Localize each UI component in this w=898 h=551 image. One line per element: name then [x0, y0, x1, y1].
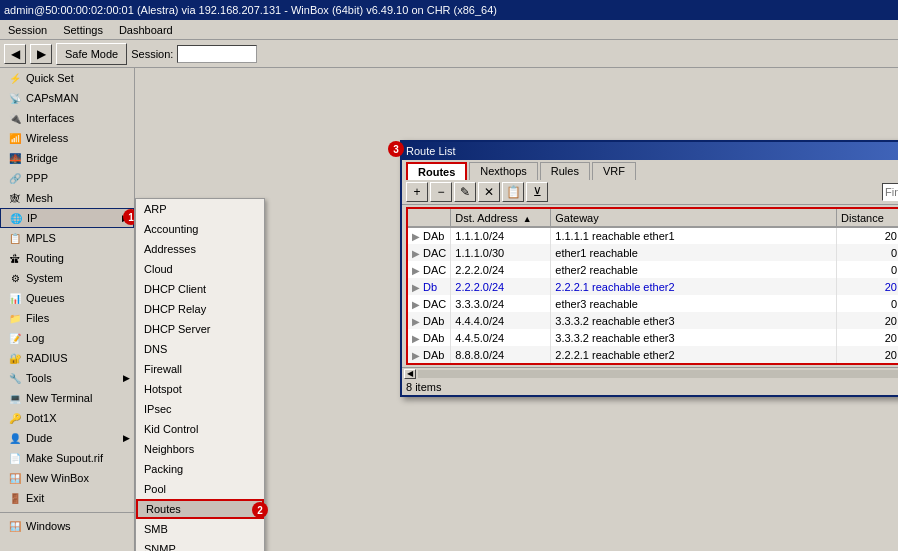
- table-row[interactable]: ▶ DAC 2.2.2.0/24 ether2 reachable 0: [408, 261, 898, 278]
- route-distance: 0: [837, 295, 899, 312]
- table-row[interactable]: ▶ DAC 3.3.3.0/24 ether3 reachable 0: [408, 295, 898, 312]
- submenu-ipsec[interactable]: IPsec: [136, 399, 264, 419]
- route-table-container: Dst. Address ▲ Gateway Distance Routing …: [406, 207, 898, 365]
- menu-settings[interactable]: Settings: [59, 23, 107, 37]
- horizontal-scrollbar[interactable]: ◀ ▶: [402, 367, 898, 379]
- submenu-dns[interactable]: DNS: [136, 339, 264, 359]
- submenu-arp[interactable]: ARP: [136, 199, 264, 219]
- submenu-hotspot[interactable]: Hotspot: [136, 379, 264, 399]
- submenu-firewall[interactable]: Firewall: [136, 359, 264, 379]
- make-supout-icon: 📄: [8, 451, 22, 465]
- table-row[interactable]: ▶ Db 2.2.2.0/24 2.2.2.1 reachable ether2…: [408, 278, 898, 295]
- submenu-cloud[interactable]: Cloud: [136, 259, 264, 279]
- col-header-dst[interactable]: Dst. Address ▲: [451, 209, 551, 227]
- submenu-pool[interactable]: Pool: [136, 479, 264, 499]
- col-header-gateway[interactable]: Gateway: [551, 209, 837, 227]
- table-row[interactable]: ▶ DAb 8.8.8.0/24 2.2.2.1 reachable ether…: [408, 346, 898, 363]
- back-button[interactable]: ◀: [4, 44, 26, 64]
- tools-icon: 🔧: [8, 371, 22, 385]
- sidebar-item-system[interactable]: ⚙ System: [0, 268, 134, 288]
- tab-routes[interactable]: Routes: [406, 162, 467, 180]
- sidebar-item-capsman[interactable]: 📡 CAPsMAN: [0, 88, 134, 108]
- route-dst: 1.1.1.0/24: [451, 227, 551, 244]
- sidebar-item-bridge[interactable]: 🌉 Bridge: [0, 148, 134, 168]
- session-input[interactable]: [177, 45, 257, 63]
- route-dst: 4.4.5.0/24: [451, 329, 551, 346]
- tab-vrf[interactable]: VRF: [592, 162, 636, 180]
- route-gateway: 2.2.2.1 reachable ether2: [551, 278, 837, 295]
- tab-bar: Routes Nexthops Rules VRF: [402, 160, 898, 180]
- scroll-track[interactable]: [418, 370, 898, 378]
- sidebar-item-routing[interactable]: 🛣 Routing: [0, 248, 134, 268]
- sidebar-item-dot1x[interactable]: 🔑 Dot1X: [0, 408, 134, 428]
- sidebar-item-queues[interactable]: 📊 Queues: [0, 288, 134, 308]
- safe-mode-button[interactable]: Safe Mode: [56, 43, 127, 65]
- new-winbox-icon: 🪟: [8, 471, 22, 485]
- table-row[interactable]: ▶ DAb 1.1.1.0/24 1.1.1.1 reachable ether…: [408, 227, 898, 244]
- sidebar-item-exit[interactable]: 🚪 Exit: [0, 488, 134, 508]
- sidebar-item-radius[interactable]: 🔐 RADIUS: [0, 348, 134, 368]
- table-row[interactable]: ▶ DAC 1.1.1.0/30 ether1 reachable 0: [408, 244, 898, 261]
- menu-dashboard[interactable]: Dashboard: [115, 23, 177, 37]
- route-type: ▶ DAb: [408, 227, 451, 244]
- mesh-icon: 🕸: [8, 191, 22, 205]
- files-icon: 📁: [8, 311, 22, 325]
- sidebar-item-log[interactable]: 📝 Log: [0, 328, 134, 348]
- sidebar-item-ppp[interactable]: 🔗 PPP: [0, 168, 134, 188]
- add-route-button[interactable]: +: [406, 182, 428, 202]
- paste-route-button[interactable]: 📋: [502, 182, 524, 202]
- menu-session[interactable]: Session: [4, 23, 51, 37]
- table-row[interactable]: ▶ DAb 4.4.4.0/24 3.3.3.2 reachable ether…: [408, 312, 898, 329]
- submenu-packing[interactable]: Packing: [136, 459, 264, 479]
- route-distance: 20: [837, 329, 899, 346]
- filter-button[interactable]: ⊻: [526, 182, 548, 202]
- submenu-dhcp-client[interactable]: DHCP Client: [136, 279, 264, 299]
- submenu-kid-control[interactable]: Kid Control: [136, 419, 264, 439]
- sidebar-item-wireless[interactable]: 📶 Wireless: [0, 128, 134, 148]
- ip-submenu: ARP Accounting Addresses Cloud DHCP Clie…: [135, 198, 265, 551]
- submenu-accounting[interactable]: Accounting: [136, 219, 264, 239]
- edit-route-button[interactable]: ✎: [454, 182, 476, 202]
- sidebar-item-quick-set[interactable]: ⚡ Quick Set: [0, 68, 134, 88]
- sidebar-item-windows[interactable]: 🪟 Windows: [0, 516, 134, 536]
- submenu-dhcp-relay[interactable]: DHCP Relay: [136, 299, 264, 319]
- sidebar: ⚡ Quick Set 📡 CAPsMAN 🔌 Interfaces 📶 Wir…: [0, 68, 135, 551]
- window-toolbar: + − ✎ ✕ 📋 ⊻ all: [402, 180, 898, 205]
- tab-rules[interactable]: Rules: [540, 162, 590, 180]
- window-title-bar: Route List 3 _ □ ✕: [402, 142, 898, 160]
- find-input[interactable]: [882, 183, 898, 201]
- submenu-snmp[interactable]: SNMP: [136, 539, 264, 551]
- copy-route-button[interactable]: ✕: [478, 182, 500, 202]
- remove-route-button[interactable]: −: [430, 182, 452, 202]
- submenu-dhcp-server[interactable]: DHCP Server: [136, 319, 264, 339]
- sidebar-item-files[interactable]: 📁 Files: [0, 308, 134, 328]
- table-row[interactable]: ▶ DAb 4.4.5.0/24 3.3.3.2 reachable ether…: [408, 329, 898, 346]
- main-toolbar: ◀ ▶ Safe Mode Session:: [0, 40, 898, 68]
- sidebar-item-interfaces[interactable]: 🔌 Interfaces: [0, 108, 134, 128]
- sidebar-item-tools[interactable]: 🔧 Tools ▶: [0, 368, 134, 388]
- submenu-neighbors[interactable]: Neighbors: [136, 439, 264, 459]
- sidebar-item-make-supout[interactable]: 📄 Make Supout.rif: [0, 448, 134, 468]
- sidebar-item-new-winbox[interactable]: 🪟 New WinBox: [0, 468, 134, 488]
- col-header-distance[interactable]: Distance: [837, 209, 899, 227]
- scroll-left-button[interactable]: ◀: [404, 369, 416, 379]
- sidebar-item-mesh[interactable]: 🕸 Mesh: [0, 188, 134, 208]
- route-gateway: 3.3.3.2 reachable ether3: [551, 329, 837, 346]
- quick-set-icon: ⚡: [8, 71, 22, 85]
- sidebar-item-mpls[interactable]: 📋 MPLS: [0, 228, 134, 248]
- sidebar-item-new-terminal[interactable]: 💻 New Terminal: [0, 388, 134, 408]
- col-header-type[interactable]: [408, 209, 451, 227]
- interfaces-icon: 🔌: [8, 111, 22, 125]
- route-gateway: 3.3.3.2 reachable ether3: [551, 312, 837, 329]
- sidebar-item-ip[interactable]: 🌐 IP ▶ 1: [0, 208, 134, 228]
- route-gateway: 1.1.1.1 reachable ether1: [551, 227, 837, 244]
- tab-nexthops[interactable]: Nexthops: [469, 162, 537, 180]
- submenu-addresses[interactable]: Addresses: [136, 239, 264, 259]
- sidebar-item-dude[interactable]: 👤 Dude ▶: [0, 428, 134, 448]
- ip-badge: 1: [123, 209, 135, 225]
- submenu-smb[interactable]: SMB: [136, 519, 264, 539]
- route-distance: 20: [837, 312, 899, 329]
- forward-button[interactable]: ▶: [30, 44, 52, 64]
- submenu-routes[interactable]: Routes 2: [136, 499, 264, 519]
- route-type: ▶ DAC: [408, 244, 451, 261]
